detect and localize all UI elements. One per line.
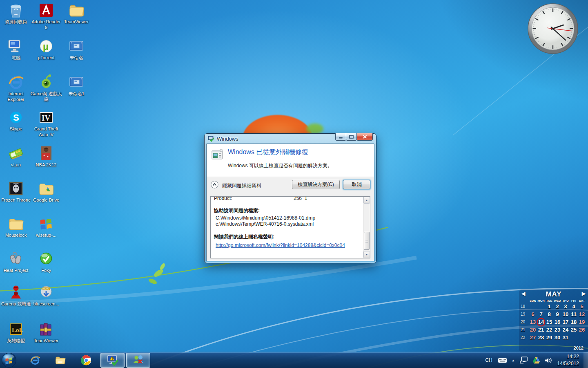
calendar-week-number: 18: [520, 304, 529, 309]
desktop-icon-label: 未命名1: [60, 91, 92, 97]
calendar-date-15[interactable]: 15: [545, 319, 553, 325]
taskbar-chrome[interactable]: [80, 355, 92, 366]
calendar-date-25[interactable]: 25: [570, 327, 578, 333]
desktop-icon-teamviewer-rar[interactable]: TeamViewer: [30, 321, 62, 344]
desktop-icon-computer[interactable]: 電腦: [0, 38, 32, 61]
keyboard-layout-icon[interactable]: [498, 357, 507, 364]
taskbar-problem-report-window[interactable]: [100, 353, 125, 368]
calendar-date-18[interactable]: 18: [570, 319, 578, 325]
wallpaper-windows-flag-green: [306, 123, 323, 134]
dialog-titlebar[interactable]: Windows: [205, 134, 376, 144]
taskbar-internet-explorer[interactable]: [29, 355, 41, 366]
desktop-icon-skype[interactable]: SSkype: [0, 109, 32, 132]
show-hidden-icons-arrow[interactable]: ▲: [512, 359, 515, 362]
calendar-date-14[interactable]: 14: [537, 319, 545, 325]
calendar-date-16[interactable]: 16: [553, 319, 561, 325]
expander-label[interactable]: 隱藏問題詳細資料: [222, 182, 261, 189]
desktop-icon-untitled-image[interactable]: 未命名: [60, 38, 92, 61]
calendar-prev-month-arrow[interactable]: ◀: [521, 291, 526, 296]
calendar-date-4[interactable]: 4: [570, 303, 578, 310]
calendar-date-30[interactable]: 30: [553, 334, 561, 341]
desktop-icon-frozen-throne[interactable]: Frozen Throne: [0, 180, 32, 203]
calendar-date-6[interactable]: 6: [529, 311, 537, 317]
desktop-icon-label: 電腦: [0, 55, 32, 61]
dialog-title: Windows: [217, 136, 238, 142]
calendar-date-2[interactable]: 2: [553, 303, 561, 310]
calendar-date-27[interactable]: 27: [529, 334, 537, 341]
taskbar-messenger-window[interactable]: [126, 353, 150, 368]
lol-icon: LoL: [7, 321, 24, 338]
calendar-date-22[interactable]: 22: [545, 327, 553, 333]
calendar-date-8[interactable]: 8: [545, 311, 553, 317]
calendar-day-header: TUE: [545, 299, 553, 303]
maximize-button[interactable]: [346, 133, 357, 141]
desktop-icon-mouselock[interactable]: Mouselock: [0, 215, 32, 238]
calendar-date-26[interactable]: 26: [578, 327, 586, 333]
start-button[interactable]: [1, 352, 17, 368]
calendar-date-12[interactable]: 12: [578, 311, 586, 317]
calendar-date-3[interactable]: 3: [561, 303, 570, 310]
details-scrollbar[interactable]: ▲ ▼: [363, 197, 370, 258]
desktop-icon-vlan[interactable]: vLan: [0, 145, 32, 168]
calendar-date-28[interactable]: 28: [537, 334, 545, 341]
calendar-date-19[interactable]: 19: [578, 319, 586, 325]
desktop-icon-wlsetup[interactable]: wlsetup-...: [30, 215, 62, 238]
desktop-icon-google-drive[interactable]: Google Drive: [30, 180, 62, 203]
gdrive-folder-icon: [38, 180, 55, 197]
desktop-icon-recycle-bin[interactable]: 資源回收筒: [0, 2, 32, 25]
calendar-date-5[interactable]: 5: [578, 303, 586, 310]
desktop-icon-league-of-legends[interactable]: LoL英雄聯盟: [0, 321, 32, 344]
desktop-icon-nba-2k12[interactable]: NBA 2K12: [30, 145, 62, 168]
scrollbar-up-arrow[interactable]: ▲: [363, 197, 370, 204]
calendar-date-21[interactable]: 21: [537, 327, 545, 333]
desktop-icon-untitled-image-1[interactable]: 未命名1: [60, 74, 92, 97]
calendar-date-9[interactable]: 9: [553, 311, 561, 317]
analog-clock-gadget[interactable]: [527, 2, 579, 55]
desktop-icon-adobe-reader[interactable]: Adobe Reader 9: [30, 2, 62, 31]
desktop-icon-gta-iv[interactable]: IVGrand Theft Auto IV: [30, 109, 62, 138]
calendar-date-31[interactable]: 31: [561, 334, 570, 341]
desktop-icon-garena[interactable]: Garena 競時通: [0, 284, 32, 307]
collapse-details-button[interactable]: [211, 181, 218, 188]
calendar-date-17[interactable]: 17: [561, 319, 570, 325]
desktop-icon-utorrent[interactable]: µµTorrent: [30, 38, 62, 61]
language-indicator[interactable]: CH: [485, 357, 492, 363]
frozen-icon: [7, 180, 24, 197]
calendar-day-header: WED: [553, 299, 561, 303]
calendar-date-13[interactable]: 13: [529, 319, 537, 325]
calendar-date-7[interactable]: 7: [537, 311, 545, 317]
close-icon[interactable]: [356, 133, 373, 141]
desktop-icon-label: TeamViewer: [30, 338, 62, 344]
speaker-icon[interactable]: [544, 357, 552, 364]
scrollbar-down-arrow[interactable]: ▼: [363, 251, 370, 258]
application-window-icon: [212, 149, 223, 161]
taskbar-time: 14:22: [557, 353, 579, 360]
calendar-date-23[interactable]: 23: [553, 327, 561, 333]
calendar-next-month-arrow[interactable]: ▶: [582, 291, 586, 296]
desktop-icon-gametao-lobby[interactable]: Game淘 遊戲大廳: [30, 74, 62, 103]
desktop-icon-internet-explorer[interactable]: Internet Explorer: [0, 74, 32, 103]
desktop-icon-bluescreen-file[interactable]: NERObluescreen...: [30, 284, 62, 307]
calendar-gadget[interactable]: ◀ MAY ▶ SUNMONTUEWEDTHUFRISAT 1812345196…: [519, 289, 588, 352]
show-desktop-button[interactable]: [583, 352, 588, 368]
calendar-year-label: 2012: [574, 346, 584, 350]
calendar-date-29[interactable]: 29: [545, 334, 553, 341]
calendar-date-20[interactable]: 20: [529, 327, 537, 333]
cancel-button[interactable]: 取消: [343, 180, 370, 189]
calendar-date-10[interactable]: 10: [561, 311, 570, 317]
calendar-date-11[interactable]: 11: [570, 311, 578, 317]
check-solution-button[interactable]: 檢查解決方案(C): [292, 180, 340, 189]
calendar-date-24[interactable]: 24: [561, 327, 570, 333]
minimize-button[interactable]: [335, 133, 346, 141]
taskbar-windows-explorer[interactable]: [55, 355, 66, 366]
network-icon[interactable]: [519, 357, 528, 364]
scrollbar-thumb[interactable]: [364, 232, 370, 250]
desktop-icon-heat-project[interactable]: Heat Project: [0, 250, 32, 274]
desktop-icon-teamviewer-folder[interactable]: TeamViewer: [60, 2, 92, 25]
google-drive-icon[interactable]: [532, 357, 540, 364]
desktop-icon-foxy[interactable]: Foxy: [30, 250, 62, 274]
privacy-statement-link[interactable]: http://go.microsoft.com/fwlink/?linkid=1…: [216, 242, 345, 248]
calendar-date-1[interactable]: 1: [545, 303, 553, 310]
desktop-icon-label: Skype: [0, 126, 32, 132]
taskbar-clock[interactable]: 14:22 14/5/2012: [557, 353, 581, 368]
